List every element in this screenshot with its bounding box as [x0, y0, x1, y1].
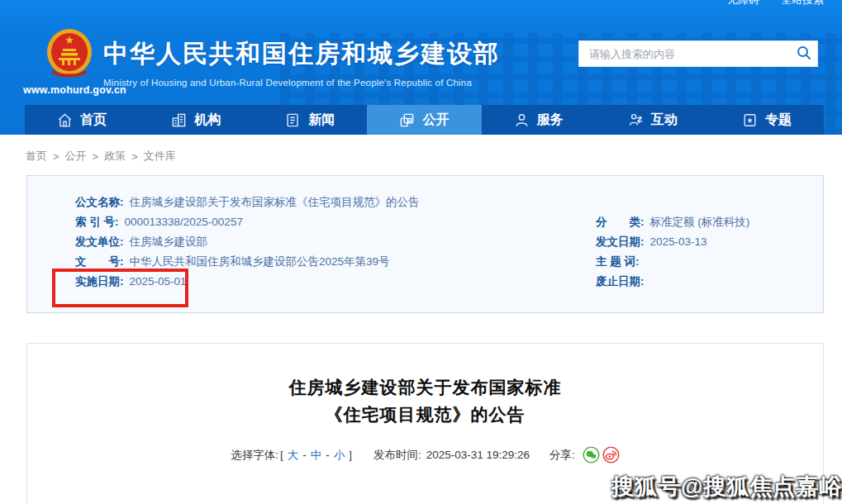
- nav-label: 服务: [537, 112, 564, 129]
- service-icon: [514, 112, 530, 128]
- meta-label: 文 号:: [75, 255, 124, 268]
- title-block: 中华人民共和国住房和城乡建设部 Ministry of Housing and …: [103, 37, 500, 88]
- article-title-line1: 住房城乡建设部关于发布国家标准: [27, 373, 823, 401]
- nav-label: 专题: [765, 112, 792, 129]
- weibo-share-icon[interactable]: [602, 446, 620, 464]
- doc-meta-right-column: 分 类:标准定额 (标准科技) 发文日期:2025-03-13 主 题 词: 废…: [596, 212, 749, 292]
- search-button[interactable]: [791, 41, 817, 66]
- meta-row-index-number: 索 引 号:000013338/2025-00257: [75, 212, 420, 232]
- meta-row-doc-number: 文 号:中华人民共和国住房和城乡建设部公告2025年第39号: [75, 252, 420, 272]
- breadcrumb-separator: >: [131, 150, 138, 163]
- nav-label: 首页: [80, 112, 107, 129]
- meta-value: 000013338/2025-00257: [125, 216, 243, 228]
- nav-item-topics[interactable]: 专题: [710, 105, 824, 135]
- breadcrumb-policy[interactable]: 政策: [104, 149, 126, 164]
- bracket-open: [: [280, 449, 283, 461]
- meta-row-implementation-date: 实施日期:2025-05-01: [75, 272, 420, 292]
- meta-row-category: 分 类:标准定额 (标准科技): [596, 212, 749, 232]
- meta-value: 标准定额 (标准科技): [650, 216, 750, 228]
- font-size-separator: -: [326, 449, 330, 461]
- meta-label: 分 类:: [596, 216, 645, 228]
- meta-label: 公文名称:: [75, 196, 124, 208]
- nav-label: 新闻: [308, 112, 335, 129]
- bracket-close: ]: [349, 449, 352, 461]
- svg-text:★: ★: [64, 34, 74, 46]
- meta-label: 主 题 词:: [596, 255, 640, 268]
- meta-label: 实施日期:: [75, 275, 124, 288]
- meta-row-doc-name: 公文名称:住房城乡建设部关于发布国家标准《住宅项目规范》的公告: [75, 193, 420, 212]
- meta-row-subject-words: 主 题 词:: [596, 252, 749, 272]
- search-box: [578, 40, 818, 67]
- meta-value: 中华人民共和国住房和城乡建设部公告2025年第39号: [130, 255, 390, 268]
- meta-label: 索 引 号:: [75, 216, 119, 228]
- nav-item-interact[interactable]: 互动: [596, 105, 710, 135]
- meta-label: 发文单位:: [75, 235, 124, 248]
- page: 无障碍 全站搜索 ★ www.mohurd.gov.cn: [0, 0, 842, 504]
- search-icon: [796, 45, 812, 64]
- nav-item-disclosure[interactable]: 公开: [367, 105, 481, 135]
- meta-row-issue-date: 发文日期:2025-03-13: [596, 232, 749, 252]
- nav-label: 机构: [194, 112, 221, 129]
- doc-meta-panel: 公文名称:住房城乡建设部关于发布国家标准《住宅项目规范》的公告 索 引 号:00…: [26, 175, 824, 313]
- breadcrumb-library: 文件库: [144, 149, 176, 164]
- meta-value: 2025-03-13: [650, 235, 707, 248]
- interact-icon: [628, 112, 644, 128]
- font-size-large-link[interactable]: 大: [288, 448, 299, 463]
- font-size-small-link[interactable]: 小: [334, 448, 345, 463]
- news-icon: [285, 112, 301, 128]
- font-size-separator: -: [302, 449, 307, 461]
- meta-label: 废止日期:: [596, 275, 645, 288]
- font-size-medium-link[interactable]: 中: [311, 448, 322, 463]
- topbar: 无障碍 全站搜索: [727, 0, 824, 7]
- breadcrumb: 首页 > 公开 > 政策 > 文件库: [26, 149, 176, 164]
- nav-item-organization[interactable]: 机构: [139, 105, 253, 135]
- sohu-watermark: 搜狐号@搜狐焦点嘉峪关站: [611, 472, 842, 502]
- home-icon: [57, 112, 73, 128]
- breadcrumb-separator: >: [93, 150, 99, 163]
- site-subtitle: Ministry of Housing and Urban-Rural Deve…: [103, 78, 500, 88]
- breadcrumb-separator: >: [53, 150, 59, 163]
- disclosure-icon: [399, 112, 415, 128]
- nav-label: 互动: [651, 112, 678, 129]
- article-title: 住房城乡建设部关于发布国家标准 《住宅项目规范》的公告: [27, 373, 823, 428]
- topics-icon: [742, 112, 758, 128]
- breadcrumb-disclosure[interactable]: 公开: [65, 149, 87, 164]
- nav-item-home[interactable]: 首页: [25, 105, 139, 135]
- font-select-label: 选择字体:: [231, 448, 278, 463]
- meta-label: 发文日期:: [596, 235, 645, 248]
- nav-item-service[interactable]: 服务: [482, 105, 596, 135]
- meta-value: 住房城乡建设部关于发布国家标准《住宅项目规范》的公告: [130, 196, 420, 208]
- nav-label: 公开: [422, 112, 449, 129]
- nav-item-news[interactable]: 新闻: [253, 105, 367, 135]
- meta-value: 住房城乡建设部: [130, 235, 208, 248]
- article-title-line2: 《住宅项目规范》的公告: [27, 401, 823, 428]
- accessibility-link[interactable]: 无障碍: [727, 0, 759, 7]
- search-input[interactable]: [579, 41, 791, 66]
- site-search-link[interactable]: 全站搜索: [781, 0, 824, 7]
- meta-row-repeal-date: 废止日期:: [596, 272, 749, 292]
- site-title: 中华人民共和国住房和城乡建设部: [103, 37, 500, 71]
- emblem-block: ★ www.mohurd.gov.cn: [23, 27, 116, 96]
- share-label: 分享:: [549, 448, 575, 463]
- meta-value: 2025-05-01: [130, 275, 187, 288]
- organization-icon: [171, 112, 187, 128]
- national-emblem-icon: ★: [45, 67, 93, 81]
- doc-meta-left-column: 公文名称:住房城乡建设部关于发布国家标准《住宅项目规范》的公告 索 引 号:00…: [75, 193, 420, 292]
- meta-row-issuing-unit: 发文单位:住房城乡建设部: [75, 232, 420, 252]
- site-url: www.mohurd.gov.cn: [23, 84, 116, 96]
- wechat-share-icon[interactable]: [583, 446, 600, 464]
- main-nav: 首页 机构 新闻 公开: [25, 105, 824, 135]
- publish-time-value: 2025-03-31 19:29:26: [426, 449, 530, 461]
- publish-time-label: 发布时间:: [373, 448, 421, 463]
- article-meta-row: 选择字体: [大-中-小] 发布时间: 2025-03-31 19:29:26 …: [27, 446, 823, 464]
- breadcrumb-home[interactable]: 首页: [26, 149, 47, 164]
